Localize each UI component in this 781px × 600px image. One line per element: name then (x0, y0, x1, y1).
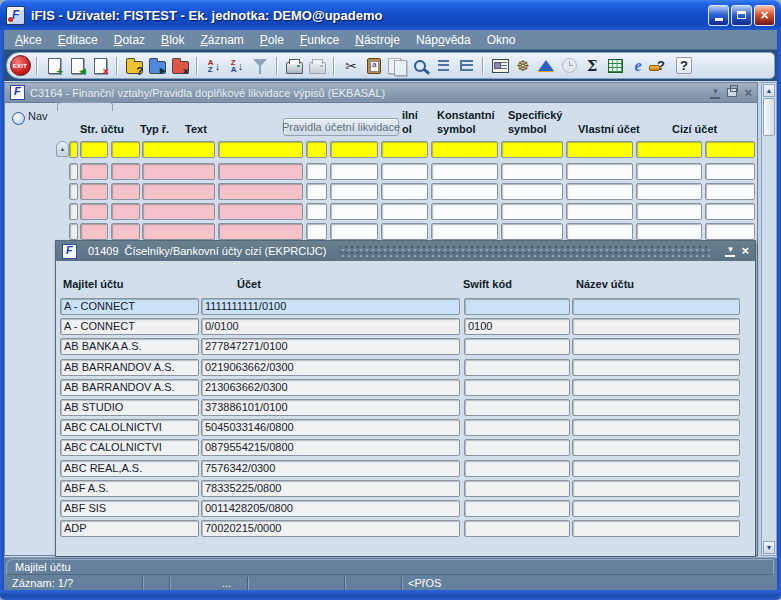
grid-scroll-up-button[interactable]: ▲ (56, 141, 69, 157)
close-button[interactable]: × (754, 5, 775, 26)
grid-cell[interactable] (69, 141, 78, 158)
sum-icon[interactable]: Σ (581, 54, 603, 77)
dialog-cell-account[interactable]: 213063662/0300 (201, 379, 460, 396)
dialog-minimize-icon[interactable]: ▾ (725, 245, 735, 257)
grid-cell[interactable] (218, 141, 303, 158)
help-icon[interactable]: ? (673, 54, 695, 77)
grid-cell[interactable] (705, 203, 755, 220)
dialog-cell-owner[interactable]: AB BANKA A.S. (60, 338, 199, 355)
dialog-cell-account[interactable]: 373886101/0100 (201, 399, 460, 416)
grid-cell[interactable] (705, 163, 755, 180)
dialog-cell-account[interactable]: 5045033146/0800 (201, 419, 460, 436)
helm-icon[interactable]: ☸ (512, 54, 534, 77)
menu-item-okno[interactable]: Okno (479, 31, 524, 49)
dialog-cell-swift[interactable] (464, 359, 570, 376)
grid-cell[interactable] (80, 203, 108, 220)
menu-item-zaznam[interactable]: Záznam (192, 31, 251, 49)
sort-desc-icon[interactable]: ZA↓ (226, 54, 248, 77)
grid-cell[interactable] (306, 183, 327, 200)
grid-cell[interactable] (111, 203, 140, 220)
delete-record-icon[interactable]: × (89, 54, 111, 77)
dialog-cell-owner[interactable]: AB STUDIO (60, 399, 199, 416)
grid-cell[interactable] (636, 183, 702, 200)
dialog-cell-name[interactable] (572, 480, 740, 497)
nav-radio[interactable] (12, 112, 25, 125)
grid-cell[interactable] (501, 203, 563, 220)
grid-cell[interactable] (69, 203, 78, 220)
search-icon[interactable] (409, 54, 431, 77)
grid-cell[interactable] (566, 223, 633, 240)
card-icon[interactable] (489, 54, 511, 77)
rules-button[interactable]: Pravidla účetní likvidace (283, 118, 399, 136)
grid-cell[interactable] (705, 141, 755, 158)
grid-cell[interactable] (381, 141, 428, 158)
grid-cell[interactable] (431, 141, 498, 158)
dialog-cell-account[interactable]: 7576342/0300 (201, 460, 460, 477)
grid-cell[interactable] (306, 223, 327, 240)
dialog-cell-owner[interactable]: A - CONNECT (60, 298, 199, 315)
dialog-cell-owner[interactable]: ABF A.S. (60, 480, 199, 497)
grid-cell[interactable] (111, 183, 140, 200)
cut-icon[interactable]: ✂ (340, 54, 362, 77)
grid-cell[interactable] (330, 141, 378, 158)
grid-cell[interactable] (431, 183, 498, 200)
dialog-cell-owner[interactable]: ABC REAL,A.S. (60, 460, 199, 477)
scroll-down-icon[interactable]: ▼ (763, 541, 775, 554)
grid-cell[interactable] (306, 163, 327, 180)
grid-cell[interactable] (636, 203, 702, 220)
menu-item-editace[interactable]: Editace (50, 31, 106, 49)
grid-cell[interactable] (142, 163, 215, 180)
dialog-cell-account[interactable]: 0/0100 (201, 318, 460, 335)
dialog-cell-name[interactable] (572, 500, 740, 517)
dialog-cell-name[interactable] (572, 399, 740, 416)
filter-icon[interactable] (249, 54, 271, 77)
dialog-cell-account[interactable]: 277847271/0100 (201, 338, 460, 355)
dialog-cell-swift[interactable] (464, 379, 570, 396)
dialog-cell-account[interactable]: 0879554215/0800 (201, 439, 460, 456)
mdi-close-icon[interactable]: × (744, 87, 752, 99)
grid-cell[interactable] (566, 203, 633, 220)
dialog-cell-owner[interactable]: AB BARRANDOV A.S. (60, 359, 199, 376)
grid-cell[interactable] (330, 183, 378, 200)
dialog-cell-swift[interactable] (464, 298, 570, 315)
grid-cell[interactable] (566, 183, 633, 200)
scroll-up-icon[interactable]: ▲ (763, 84, 775, 97)
grid-cell[interactable] (431, 203, 498, 220)
grid-cell[interactable] (330, 203, 378, 220)
dialog-cell-swift[interactable] (464, 399, 570, 416)
scrollbar-thumb[interactable] (763, 98, 775, 136)
dialog-cell-owner[interactable]: A - CONNECT (60, 318, 199, 335)
dialog-cell-account[interactable]: 0219063662/0300 (201, 359, 460, 376)
minimize-button[interactable] (708, 5, 729, 26)
grid-cell[interactable] (142, 203, 215, 220)
menu-item-funkce[interactable]: Funkce (292, 31, 347, 49)
grid-cell[interactable] (80, 163, 108, 180)
excel-export-icon[interactable] (604, 54, 626, 77)
dialog-cell-swift[interactable]: 0100 (464, 318, 570, 335)
grid-cell[interactable] (330, 223, 378, 240)
grid-cell[interactable] (705, 223, 755, 240)
grid-cell[interactable] (218, 163, 303, 180)
grid-cell[interactable] (431, 223, 498, 240)
duplicate-record-icon[interactable]: ◀ (66, 54, 88, 77)
mdi-titlebar[interactable]: C3164 - Finanční vztahy/Pravidla doplňko… (5, 83, 757, 103)
grid-cell[interactable] (381, 203, 428, 220)
grid-cell[interactable] (381, 183, 428, 200)
dialog-cell-name[interactable] (572, 379, 740, 396)
dialog-cell-account[interactable]: 78335225/0800 (201, 480, 460, 497)
menu-item-blok[interactable]: Blok (153, 31, 192, 49)
dialog-cell-name[interactable] (572, 298, 740, 315)
dialog-cell-swift[interactable] (464, 419, 570, 436)
grid-cell[interactable] (218, 203, 303, 220)
dialog-cell-name[interactable] (572, 520, 740, 537)
grid-cell[interactable] (636, 141, 702, 158)
menu-item-dotaz[interactable]: Dotaz (106, 31, 153, 49)
grid-cell[interactable] (306, 203, 327, 220)
grid-cell[interactable] (381, 223, 428, 240)
grid-cell[interactable] (636, 163, 702, 180)
grid-cell[interactable] (111, 163, 140, 180)
window-titlebar[interactable]: iFIS - Uživatel: FISTEST - Ek. jednotka:… (0, 0, 781, 30)
execute-query-icon[interactable]: ▶ (146, 54, 168, 77)
dialog-cell-swift[interactable] (464, 500, 570, 517)
dialog-cell-owner[interactable]: ABF SIS (60, 500, 199, 517)
